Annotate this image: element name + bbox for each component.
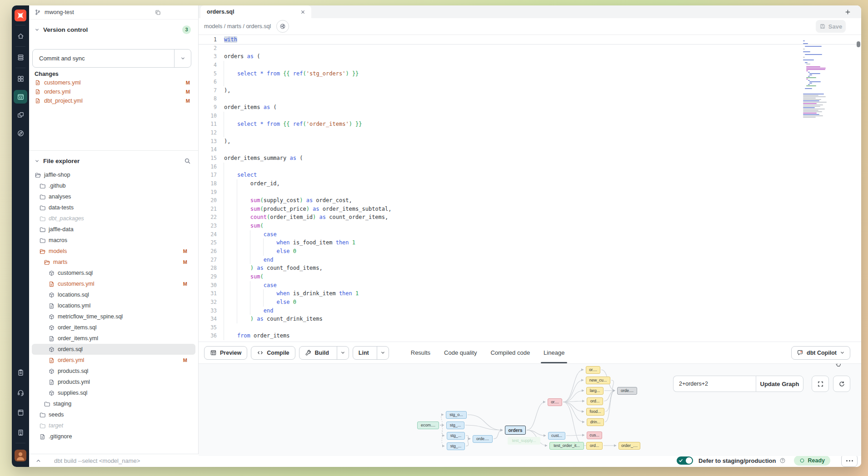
lineage-node[interactable]: order_.... [619,442,640,450]
lineage-node[interactable]: new_cu... [586,377,610,384]
lineage-selector-input[interactable] [673,376,756,392]
lineage-node[interactable]: ord... [587,397,603,405]
save-button[interactable]: Save [816,20,846,33]
editor-minimap[interactable] [803,40,838,118]
lineage-node[interactable]: food... [586,408,604,416]
tree-item[interactable]: target [32,420,195,431]
refresh-button[interactable] [833,376,850,392]
rail-home[interactable] [14,29,27,43]
tree-item[interactable]: customers.sql [32,268,195,278]
lineage-node[interactable]: drin... [587,418,604,426]
tree-item[interactable]: staging [32,398,195,409]
tab-results[interactable]: Results [411,342,430,363]
rail-compare[interactable] [14,108,27,122]
rail-tasks[interactable] [14,366,27,379]
file-explorer-header[interactable]: File explorer [35,154,191,168]
changed-file[interactable]: dbt_project.ymlM [29,96,198,105]
dbt-logo-icon[interactable] [15,10,26,21]
lineage-node[interactable]: ecom.... [417,421,439,429]
tree-item[interactable]: products.yml [32,377,195,387]
chevron-up-icon[interactable] [35,458,41,464]
rail-support[interactable] [14,386,27,399]
tree-item[interactable]: .github [32,180,195,191]
dropdown-chevron[interactable] [377,346,389,360]
tree-item[interactable]: data-tests [32,202,195,213]
tree-item[interactable]: jaffle-shop [32,169,195,180]
lineage-node[interactable]: larg... [586,387,604,395]
lineage-node[interactable]: stg_o... [446,411,467,419]
lineage-node[interactable]: orde.... [473,435,493,443]
tree-item[interactable]: orders.sql [32,344,195,355]
tree-item[interactable]: orders.ymlM [32,355,195,366]
copy-branch-icon[interactable] [155,9,161,16]
lineage-node[interactable]: or.... [548,398,562,406]
tree-item[interactable]: modelsM [32,246,195,257]
lineage-panel[interactable]: ecom....stg_o...stg_...stg_...stg_...ord… [199,363,861,456]
lineage-node[interactable]: stg_... [446,421,464,429]
dropdown-chevron[interactable] [337,346,349,360]
lineage-node[interactable]: test_supply... [508,437,540,445]
tree-item[interactable]: analyses [32,191,195,202]
update-graph-button[interactable]: Update Graph [756,376,803,392]
tab-code-quality[interactable]: Code quality [444,342,477,363]
commit-dropdown[interactable] [174,50,191,67]
lineage-node[interactable]: orde.... [617,387,637,395]
tree-item[interactable]: martsM [32,257,195,268]
tree-item[interactable]: products.sql [32,366,195,377]
tab-lineage[interactable]: Lineage [544,342,564,363]
tree-item[interactable]: .gitignore [32,431,195,442]
tree-item[interactable]: seeds [32,409,195,420]
action-toolbar: PreviewCompileBuildLint ResultsCode qual… [199,342,861,363]
tree-item[interactable]: supplies.sql [32,387,195,398]
tab-compiled-code[interactable]: Compiled code [490,342,530,363]
tree-item[interactable]: order_items.sql [32,322,195,333]
close-icon[interactable] [300,9,306,15]
commit-and-sync-button[interactable]: Commit and sync [32,49,191,68]
rail-studio-ide[interactable] [14,90,27,104]
line-number: 22 [199,213,217,222]
tree-item[interactable]: macros [32,235,195,246]
lineage-node[interactable]: stg_... [447,432,465,440]
more-options-button[interactable] [841,454,858,467]
info-icon[interactable] [779,457,786,464]
lineage-node[interactable]: cust... [548,432,565,440]
tree-item[interactable]: customers.ymlM [32,278,195,289]
changed-file[interactable]: orders.ymlM [29,87,198,96]
lint-button[interactable]: Lint [353,346,389,360]
compile-button[interactable]: Compile [251,346,295,360]
user-avatar[interactable] [15,450,26,461]
lineage-node[interactable]: cus... [587,431,602,439]
lineage-circle-icon[interactable] [276,20,289,33]
lineage-node[interactable]: ord... [586,442,603,450]
new-tab-button[interactable] [839,5,856,18]
command-input[interactable]: dbt build --select <model_name> [54,457,140,464]
rail-orchestration[interactable] [14,126,27,140]
lineage-node[interactable]: stg_... [447,442,465,450]
rail-projects[interactable] [14,72,27,85]
tree-item[interactable]: dbt_packages [32,213,195,224]
version-control-header[interactable]: Version control 3 [35,24,191,35]
tree-item[interactable]: jaffle-data [32,224,195,235]
lineage-node[interactable]: test_order_it... [549,442,584,450]
rail-environments[interactable] [14,50,27,64]
fullscreen-button[interactable] [812,376,829,392]
dbt-copilot-button[interactable]: dbt Copilot [791,346,850,360]
search-icon[interactable] [184,158,191,164]
changed-file[interactable]: customers.ymlM [29,78,198,87]
code-line: 33 end [199,307,861,315]
defer-toggle[interactable] [677,456,693,465]
build-button[interactable]: Build [299,346,349,360]
lineage-node[interactable]: orders [505,426,526,435]
rail-organization[interactable] [14,426,27,439]
preview-button[interactable]: Preview [204,346,247,360]
rail-docs[interactable] [14,406,27,419]
lineage-node[interactable]: or.... [586,366,600,374]
tree-item[interactable]: locations.sql [32,289,195,300]
tree-item[interactable]: metricflow_time_spine.sql [32,311,195,322]
tab-orders-sql[interactable]: orders.sql [200,5,311,18]
tree-item[interactable]: order_items.yml [32,333,195,344]
codeic-icon [257,349,264,356]
code-editor[interactable]: 1with23orders as (45 select * from {{ re… [199,35,861,342]
tree-item[interactable]: locations.yml [32,300,195,311]
editor-scrollbar[interactable] [857,41,860,47]
